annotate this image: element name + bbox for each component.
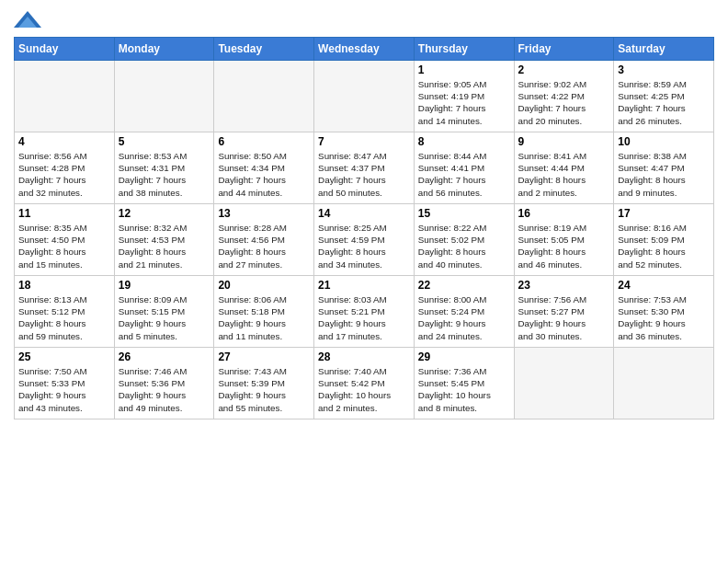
day-info: Sunrise: 8:53 AM Sunset: 4:31 PM Dayligh… [119, 150, 210, 199]
day-info: Sunrise: 8:28 AM Sunset: 4:56 PM Dayligh… [218, 222, 310, 270]
day-info: Sunrise: 8:44 AM Sunset: 4:41 PM Dayligh… [418, 150, 510, 199]
day-info: Sunrise: 8:00 AM Sunset: 5:24 PM Dayligh… [418, 293, 510, 342]
day-info: Sunrise: 7:46 AM Sunset: 5:36 PM Dayligh… [119, 365, 210, 414]
calendar-week-row: 25Sunrise: 7:50 AM Sunset: 5:33 PM Dayli… [15, 348, 714, 419]
calendar-cell [614, 348, 714, 419]
day-number: 2 [518, 63, 610, 76]
calendar-cell [114, 61, 214, 132]
calendar-cell: 28Sunrise: 7:40 AM Sunset: 5:42 PM Dayli… [314, 348, 415, 419]
day-info: Sunrise: 7:50 AM Sunset: 5:33 PM Dayligh… [18, 365, 110, 414]
day-number: 28 [318, 350, 410, 363]
calendar-cell: 27Sunrise: 7:43 AM Sunset: 5:39 PM Dayli… [214, 348, 314, 419]
calendar-cell: 3Sunrise: 8:59 AM Sunset: 4:25 PM Daylig… [614, 61, 714, 132]
calendar-cell: 8Sunrise: 8:44 AM Sunset: 4:41 PM Daylig… [414, 132, 514, 204]
day-info: Sunrise: 8:56 AM Sunset: 4:28 PM Dayligh… [18, 150, 110, 199]
day-number: 27 [218, 350, 310, 363]
calendar-cell: 21Sunrise: 8:03 AM Sunset: 5:21 PM Dayli… [314, 276, 415, 348]
calendar-cell: 19Sunrise: 8:09 AM Sunset: 5:15 PM Dayli… [114, 276, 214, 348]
day-number: 10 [618, 135, 710, 148]
calendar-cell [514, 348, 614, 419]
day-number: 29 [418, 350, 510, 363]
logo [14, 9, 45, 31]
day-info: Sunrise: 9:02 AM Sunset: 4:22 PM Dayligh… [518, 78, 610, 127]
day-number: 9 [518, 135, 610, 148]
day-number: 1 [418, 63, 510, 76]
day-info: Sunrise: 8:47 AM Sunset: 4:37 PM Dayligh… [318, 150, 410, 199]
calendar-cell: 14Sunrise: 8:25 AM Sunset: 4:59 PM Dayli… [314, 204, 415, 276]
day-info: Sunrise: 8:06 AM Sunset: 5:18 PM Dayligh… [218, 293, 310, 342]
calendar-cell [314, 61, 415, 132]
calendar-cell: 9Sunrise: 8:41 AM Sunset: 4:44 PM Daylig… [514, 132, 614, 204]
weekday-header: Friday [514, 38, 614, 61]
day-info: Sunrise: 7:40 AM Sunset: 5:42 PM Dayligh… [318, 365, 410, 414]
calendar-week-row: 1Sunrise: 9:05 AM Sunset: 4:19 PM Daylig… [15, 61, 714, 132]
calendar-cell [15, 61, 115, 132]
day-info: Sunrise: 7:36 AM Sunset: 5:45 PM Dayligh… [418, 365, 510, 414]
day-number: 13 [218, 207, 310, 220]
calendar-table: SundayMondayTuesdayWednesdayThursdayFrid… [14, 37, 714, 419]
day-info: Sunrise: 8:41 AM Sunset: 4:44 PM Dayligh… [518, 150, 610, 199]
weekday-header: Wednesday [314, 38, 415, 61]
day-info: Sunrise: 8:25 AM Sunset: 4:59 PM Dayligh… [318, 222, 410, 270]
day-info: Sunrise: 8:03 AM Sunset: 5:21 PM Dayligh… [318, 293, 410, 342]
calendar-cell: 7Sunrise: 8:47 AM Sunset: 4:37 PM Daylig… [314, 132, 415, 204]
calendar-week-row: 11Sunrise: 8:35 AM Sunset: 4:50 PM Dayli… [15, 204, 714, 276]
day-info: Sunrise: 8:19 AM Sunset: 5:05 PM Dayligh… [518, 222, 610, 270]
day-number: 21 [318, 279, 410, 292]
weekday-header: Tuesday [214, 38, 314, 61]
calendar-cell: 10Sunrise: 8:38 AM Sunset: 4:47 PM Dayli… [614, 132, 714, 204]
day-number: 24 [618, 279, 710, 292]
day-number: 25 [18, 350, 110, 363]
day-number: 7 [318, 135, 410, 148]
weekday-header: Thursday [414, 38, 514, 61]
day-number: 4 [18, 135, 110, 148]
day-info: Sunrise: 7:56 AM Sunset: 5:27 PM Dayligh… [518, 293, 610, 342]
day-number: 11 [18, 207, 110, 220]
weekday-header: Sunday [15, 38, 115, 61]
calendar-cell: 20Sunrise: 8:06 AM Sunset: 5:18 PM Dayli… [214, 276, 314, 348]
day-info: Sunrise: 8:22 AM Sunset: 5:02 PM Dayligh… [418, 222, 510, 270]
day-number: 26 [119, 350, 210, 363]
calendar-cell: 23Sunrise: 7:56 AM Sunset: 5:27 PM Dayli… [514, 276, 614, 348]
day-number: 6 [218, 135, 310, 148]
day-number: 14 [318, 207, 410, 220]
day-number: 16 [518, 207, 610, 220]
day-info: Sunrise: 8:35 AM Sunset: 4:50 PM Dayligh… [18, 222, 110, 270]
calendar-week-row: 18Sunrise: 8:13 AM Sunset: 5:12 PM Dayli… [15, 276, 714, 348]
calendar-header-row: SundayMondayTuesdayWednesdayThursdayFrid… [15, 38, 714, 61]
calendar-cell: 13Sunrise: 8:28 AM Sunset: 4:56 PM Dayli… [214, 204, 314, 276]
day-number: 5 [119, 135, 210, 148]
day-number: 17 [618, 207, 710, 220]
day-info: Sunrise: 8:16 AM Sunset: 5:09 PM Dayligh… [618, 222, 710, 270]
calendar-cell: 15Sunrise: 8:22 AM Sunset: 5:02 PM Dayli… [414, 204, 514, 276]
calendar-week-row: 4Sunrise: 8:56 AM Sunset: 4:28 PM Daylig… [15, 132, 714, 204]
calendar-cell: 25Sunrise: 7:50 AM Sunset: 5:33 PM Dayli… [15, 348, 115, 419]
day-info: Sunrise: 8:13 AM Sunset: 5:12 PM Dayligh… [18, 293, 110, 342]
day-info: Sunrise: 9:05 AM Sunset: 4:19 PM Dayligh… [418, 78, 510, 127]
day-number: 20 [218, 279, 310, 292]
day-number: 22 [418, 279, 510, 292]
header [14, 9, 714, 31]
day-info: Sunrise: 8:50 AM Sunset: 4:34 PM Dayligh… [218, 150, 310, 199]
calendar-cell: 1Sunrise: 9:05 AM Sunset: 4:19 PM Daylig… [414, 61, 514, 132]
calendar-cell: 4Sunrise: 8:56 AM Sunset: 4:28 PM Daylig… [15, 132, 115, 204]
calendar-cell: 24Sunrise: 7:53 AM Sunset: 5:30 PM Dayli… [614, 276, 714, 348]
calendar-cell: 5Sunrise: 8:53 AM Sunset: 4:31 PM Daylig… [114, 132, 214, 204]
day-info: Sunrise: 8:59 AM Sunset: 4:25 PM Dayligh… [618, 78, 710, 127]
weekday-header: Saturday [614, 38, 714, 61]
calendar-cell: 12Sunrise: 8:32 AM Sunset: 4:53 PM Dayli… [114, 204, 214, 276]
day-number: 3 [618, 63, 710, 76]
calendar-cell: 18Sunrise: 8:13 AM Sunset: 5:12 PM Dayli… [15, 276, 115, 348]
day-number: 15 [418, 207, 510, 220]
calendar-cell: 17Sunrise: 8:16 AM Sunset: 5:09 PM Dayli… [614, 204, 714, 276]
day-info: Sunrise: 7:53 AM Sunset: 5:30 PM Dayligh… [618, 293, 710, 342]
day-number: 8 [418, 135, 510, 148]
calendar-cell: 6Sunrise: 8:50 AM Sunset: 4:34 PM Daylig… [214, 132, 314, 204]
day-number: 12 [119, 207, 210, 220]
day-number: 18 [18, 279, 110, 292]
day-number: 19 [119, 279, 210, 292]
day-info: Sunrise: 8:38 AM Sunset: 4:47 PM Dayligh… [618, 150, 710, 199]
day-info: Sunrise: 8:09 AM Sunset: 5:15 PM Dayligh… [119, 293, 210, 342]
calendar-cell: 22Sunrise: 8:00 AM Sunset: 5:24 PM Dayli… [414, 276, 514, 348]
calendar-cell: 2Sunrise: 9:02 AM Sunset: 4:22 PM Daylig… [514, 61, 614, 132]
